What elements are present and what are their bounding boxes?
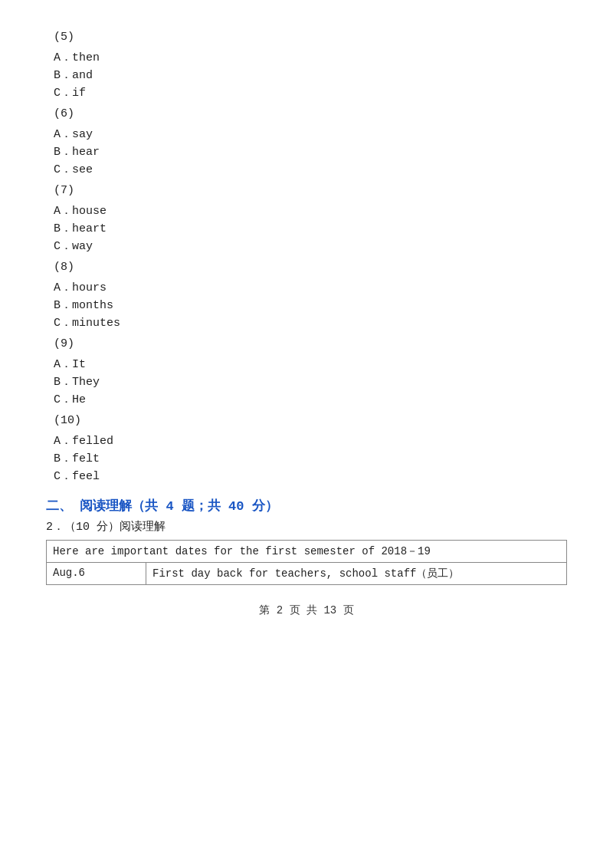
option-q6-1: B．hear <box>46 144 567 159</box>
question-number-q8: (8) <box>46 261 567 274</box>
option-q10-2: C．feel <box>46 469 567 483</box>
question-q7: (7)A．houseB．heartC．way <box>46 184 567 253</box>
table-intro: Here are important dates for the first s… <box>47 541 567 563</box>
option-q8-1: B．months <box>46 298 567 312</box>
sub-question-label: 2．（10 分）阅读理解 <box>46 519 567 534</box>
option-q5-0: A．then <box>46 50 567 64</box>
option-q5-2: C．if <box>46 85 567 100</box>
option-q7-0: A．house <box>46 203 567 218</box>
option-q9-2: C．He <box>46 392 567 406</box>
option-q6-0: A．say <box>46 127 567 141</box>
question-q6: (6)A．sayB．hearC．see <box>46 107 567 176</box>
option-q10-0: A．felled <box>46 433 567 448</box>
question-number-q5: (5) <box>46 31 567 44</box>
question-number-q9: (9) <box>46 337 567 350</box>
section-2-header: 二、 阅读理解（共 4 题；共 40 分） <box>46 497 567 515</box>
question-q8: (8)A．hoursB．monthsC．minutes <box>46 261 567 330</box>
question-q5: (5)A．thenB．andC．if <box>46 31 567 100</box>
option-q8-0: A．hours <box>46 280 567 294</box>
option-q10-1: B．felt <box>46 451 567 465</box>
table-desc-1: First day back for teachers, school staf… <box>146 563 567 585</box>
option-q5-1: B．and <box>46 67 567 82</box>
option-q9-0: A．It <box>46 357 567 371</box>
table-date-1: Aug.6 <box>47 563 146 585</box>
question-q9: (9)A．ItB．TheyC．He <box>46 337 567 406</box>
option-q7-1: B．heart <box>46 221 567 235</box>
option-q6-2: C．see <box>46 162 567 176</box>
question-number-q6: (6) <box>46 107 567 120</box>
question-number-q7: (7) <box>46 184 567 197</box>
option-q7-2: C．way <box>46 238 567 253</box>
question-number-q10: (10) <box>46 414 567 427</box>
option-q8-2: C．minutes <box>46 315 567 330</box>
reading-table: Here are important dates for the first s… <box>46 540 567 585</box>
option-q9-1: B．They <box>46 374 567 389</box>
question-q10: (10)A．felledB．feltC．feel <box>46 414 567 483</box>
page-footer: 第 2 页 共 13 页 <box>46 603 567 617</box>
